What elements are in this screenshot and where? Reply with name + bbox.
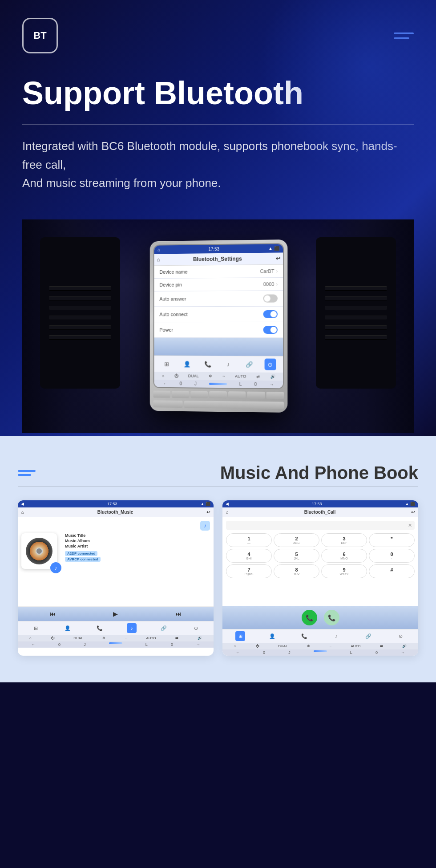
call-panel: ◀ 17:53 ▲ ⬛ ⌂ Bluetooth_Call ↩ ✕ 1— 2ABC… [222,500,418,656]
defrost-icon[interactable]: J [288,650,291,655]
back-nav[interactable]: ← [163,381,167,386]
link-icon[interactable]: 🔗 [159,623,169,633]
music-nav-bar: ← 0 J L 0 → [18,641,214,648]
link-icon[interactable]: 🔗 [243,359,255,370]
forward-nav[interactable]: → [196,642,200,647]
temp-slider[interactable] [209,383,227,385]
music-icon[interactable]: ♪ [222,359,234,370]
home-btn[interactable]: ⌂ [29,636,32,640]
back-nav[interactable]: ← [31,642,35,647]
ac-icon[interactable]: ~ [222,374,225,379]
fan-icon[interactable]: ⇌ [256,374,260,379]
auto-connect-toggle[interactable] [263,310,278,318]
dialer-input[interactable]: ✕ [226,521,415,530]
key-6[interactable]: 6MNO [321,549,367,563]
snowflake-icon[interactable]: ❄ [209,374,212,378]
phys-btn-8[interactable] [153,401,183,408]
defrost-icon[interactable]: J [194,381,197,386]
snowflake-icon[interactable]: ❄ [307,644,310,648]
defrost-icon[interactable]: J [84,642,86,647]
music-icon-active[interactable]: ♪ [127,623,137,633]
vent-icon[interactable]: L [145,642,148,647]
play-btn[interactable]: ▶ [113,610,118,617]
key-4[interactable]: 4GHI [226,549,272,563]
apps-icon-active[interactable]: ⊞ [235,631,245,641]
dual-label: DUAL [188,374,199,378]
temp-slider[interactable] [314,650,327,652]
ac-icon[interactable]: ~ [329,644,331,648]
back-icon[interactable]: ⌂ [157,257,160,263]
back-nav[interactable]: ← [236,650,240,655]
vol-icon[interactable]: 🔊 [270,374,275,379]
forward-nav[interactable]: → [270,382,274,387]
phys-btn-6[interactable] [247,392,265,399]
phone-icon[interactable]: 📞 [202,358,214,370]
phys-btn-9[interactable] [184,401,284,410]
home-btn[interactable]: ⌂ [162,374,164,378]
prev-btn[interactable]: ⏮ [50,610,56,617]
music-home-icon[interactable]: ⌂ [21,510,24,515]
home-btn[interactable]: ⌂ [234,644,236,648]
key-9[interactable]: 9WXYZ [321,564,367,578]
phys-btn-1[interactable] [153,391,171,398]
music-menu-button[interactable] [18,470,36,476]
music-back-icon[interactable]: ↩ [206,510,210,515]
phys-btn-4[interactable] [209,391,226,398]
settings-icon[interactable]: ⊙ [264,359,276,370]
key-8[interactable]: 8TUV [274,564,319,578]
key-7[interactable]: 7PQRS [226,564,272,578]
key-3[interactable]: 3DEF [321,533,367,547]
apps-icon[interactable]: ⊞ [161,358,173,370]
phys-btn-2[interactable] [172,391,189,398]
forward-nav[interactable]: → [401,650,405,655]
music-screen-title: Bluetooth_Music [97,510,133,515]
apps-icon[interactable]: ⊞ [31,623,40,633]
key-star[interactable]: * [369,533,415,547]
vol-icon[interactable]: 🔊 [402,644,407,648]
phys-btn-7[interactable] [266,392,284,400]
call-button[interactable]: 📞 [302,610,317,625]
key-5[interactable]: 5JKL [274,549,319,563]
key-hash[interactable]: # [369,564,415,578]
key-1[interactable]: 1— [226,533,272,547]
power-btn[interactable]: ⏻ [174,374,178,378]
power-btn[interactable]: ⏻ [51,636,54,640]
power-btn[interactable]: ⏻ [255,644,259,648]
contacts-icon[interactable]: 👤 [182,358,193,370]
device-pin-row[interactable]: Device pin 0000 › [154,278,283,292]
settings-icon[interactable]: ⊙ [396,631,405,641]
settings-content: Device name CarBT › Device pin 0000 › Au… [154,265,283,338]
clear-icon[interactable]: ✕ [408,523,412,528]
settings-icon[interactable]: ⊙ [191,623,201,633]
redial-button[interactable]: 📞 [324,610,339,625]
temp-slider[interactable] [109,642,122,644]
music-player-area: ♪ Music Title Music Album Music Artist A… [21,533,210,573]
power-toggle[interactable] [263,326,278,334]
return-icon[interactable]: ↩ [276,256,280,262]
key-0[interactable]: 0· [369,549,415,563]
music-section-title: Music And Phone Book [220,463,418,483]
fan-icon[interactable]: ⇌ [175,636,178,640]
device-name-row[interactable]: Device name CarBT › [154,265,283,279]
link-icon[interactable]: 🔗 [363,631,373,641]
phone-icon[interactable]: 📞 [95,623,105,633]
fan-icon[interactable]: ⇌ [380,644,383,648]
menu-button[interactable] [394,32,414,39]
vol-icon[interactable]: 🔊 [198,636,202,640]
vent-icon[interactable]: L [239,382,242,387]
music-icon[interactable]: ♪ [331,631,341,641]
call-back-icon[interactable]: ↩ [411,510,415,515]
phone-icon[interactable]: 📞 [299,631,309,641]
chevron-icon: › [276,269,278,274]
auto-answer-toggle[interactable] [263,295,278,303]
vent-icon[interactable]: L [350,650,352,655]
key-2[interactable]: 2ABC [274,533,319,547]
contacts-icon[interactable]: 👤 [267,631,277,641]
ac-icon[interactable]: ~ [125,636,127,640]
phys-btn-3[interactable] [190,391,208,398]
phys-btn-5[interactable] [228,392,246,399]
call-home-icon[interactable]: ⌂ [226,510,229,515]
contacts-icon[interactable]: 👤 [63,623,73,633]
snowflake-icon[interactable]: ❄ [102,636,105,640]
next-btn[interactable]: ⏭ [175,610,182,617]
